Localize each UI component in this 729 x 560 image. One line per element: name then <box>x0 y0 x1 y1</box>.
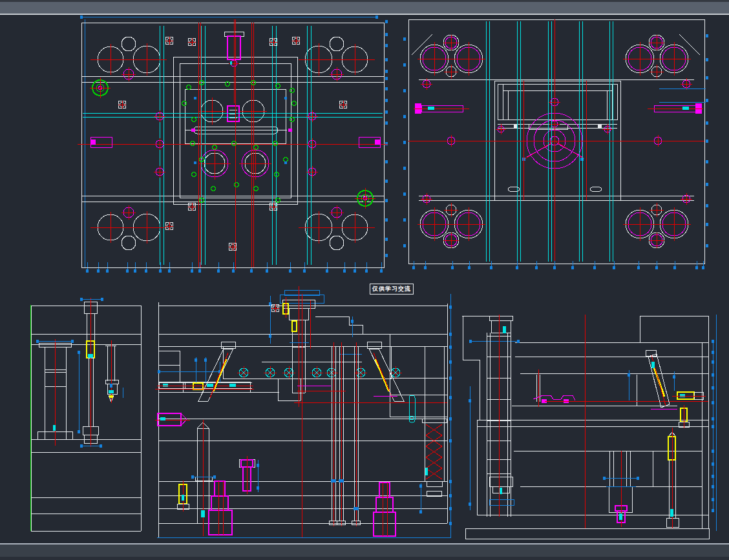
shape-t <box>706 34 708 37</box>
shape-vt <box>86 269 89 273</box>
shape-t <box>449 346 452 349</box>
shape-t <box>385 77 388 80</box>
shape-t <box>385 58 388 61</box>
shape-p <box>369 349 404 401</box>
shape-r <box>292 321 297 331</box>
shape-t <box>385 254 388 257</box>
shape-rf <box>191 129 195 132</box>
shape-gp <box>211 187 216 191</box>
shape-t <box>403 218 406 222</box>
shape-vt <box>702 266 704 269</box>
shape-r <box>158 351 180 382</box>
shape-gp <box>182 101 187 106</box>
shape-r <box>367 342 381 348</box>
shape-r <box>640 316 708 342</box>
shape-vt <box>535 266 538 269</box>
shape-vt <box>134 269 136 273</box>
title-bar[interactable] <box>0 0 729 15</box>
shape-t <box>385 87 388 90</box>
shape-t <box>80 16 83 19</box>
shape-t <box>712 498 714 501</box>
shape-rf <box>284 97 287 99</box>
shape-vt <box>191 269 193 273</box>
shape-vt <box>490 266 492 269</box>
shape-t <box>385 110 388 114</box>
shape-t <box>712 340 714 343</box>
shape-t <box>628 373 630 377</box>
shape-t <box>385 160 388 163</box>
shape-t <box>712 485 714 488</box>
shape-t <box>469 503 471 506</box>
shape-t <box>385 121 388 125</box>
shape-gp <box>284 158 288 162</box>
drawing-canvas[interactable] <box>0 0 729 560</box>
shape-rf <box>375 140 380 145</box>
shape-t <box>449 333 452 336</box>
shape-e <box>508 187 520 192</box>
shape-t <box>195 358 197 362</box>
shape-vt <box>217 269 220 273</box>
shape-rf <box>670 509 673 517</box>
shape-t <box>385 199 388 202</box>
shape-t <box>449 507 452 510</box>
shape-rf <box>201 510 205 517</box>
shape-t <box>78 351 80 354</box>
shape-t <box>706 183 708 186</box>
shape-vt <box>126 269 129 273</box>
shape-t <box>449 439 452 442</box>
shape-t <box>385 44 388 47</box>
shape-t <box>158 370 160 373</box>
shape-vt <box>303 269 306 273</box>
shape-p <box>198 349 233 401</box>
shape-t <box>419 484 422 488</box>
shape-vt <box>343 269 346 273</box>
shape-r <box>609 451 630 486</box>
shape-c <box>122 236 136 250</box>
shape-rf <box>194 97 196 99</box>
shape-t <box>469 399 471 402</box>
shape-rf <box>229 384 236 387</box>
shape-rf <box>230 61 232 65</box>
shape-gp <box>292 101 297 106</box>
shape-vt <box>250 269 253 273</box>
shape-r <box>653 451 702 486</box>
shape-t <box>403 167 406 170</box>
shape-t <box>449 494 452 497</box>
shape-p <box>426 424 442 479</box>
shape-r <box>465 528 709 539</box>
shape-gp <box>254 187 259 191</box>
shape-t <box>706 99 708 102</box>
shape-gp <box>276 84 280 88</box>
taskbar-edge <box>0 557 729 560</box>
shape-gp <box>192 118 196 122</box>
shape-rf <box>288 129 292 132</box>
shape-rf <box>651 362 655 368</box>
shape-t <box>449 522 452 525</box>
shape-vt <box>380 269 383 273</box>
shape-r <box>390 378 447 417</box>
shape-rf <box>503 326 506 333</box>
shape-r <box>489 316 512 320</box>
shape-r <box>376 497 393 512</box>
shape-gp <box>226 82 230 87</box>
watermark-label: 仅供学习交流 <box>370 284 414 295</box>
shape-r <box>427 481 442 486</box>
shape-c <box>122 37 136 51</box>
shape-l <box>679 34 700 55</box>
shape-t <box>712 475 714 478</box>
shape-t <box>712 450 714 453</box>
shape-t <box>403 37 406 41</box>
shape-t <box>449 306 452 309</box>
shape-t <box>603 477 606 480</box>
shape-vt <box>412 266 415 269</box>
cad-window: 仅供学习交流 <box>0 0 729 560</box>
shape-vt <box>468 266 470 269</box>
shape-t <box>385 238 388 241</box>
shape-rf <box>160 417 165 420</box>
shape-t <box>712 373 714 377</box>
shape-t <box>517 340 520 343</box>
shape-t <box>257 486 259 490</box>
shape-rf <box>619 513 622 520</box>
shape-gp <box>192 172 196 177</box>
shape-t <box>269 335 271 338</box>
